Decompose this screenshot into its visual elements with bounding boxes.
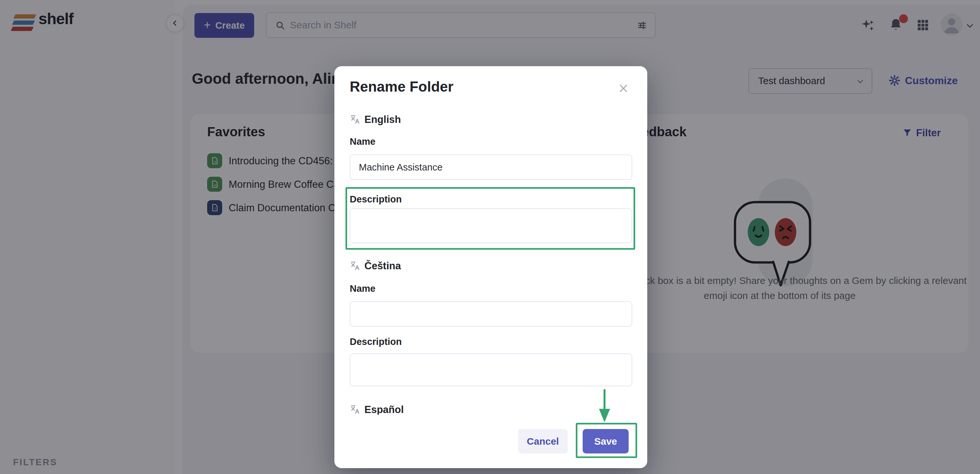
close-icon[interactable] bbox=[617, 82, 629, 94]
translate-icon bbox=[350, 404, 361, 415]
annotation-box-description bbox=[345, 187, 635, 250]
name-input-english[interactable] bbox=[350, 155, 632, 180]
annotation-arrow-down bbox=[597, 388, 612, 423]
language-section-label: Español bbox=[364, 404, 404, 415]
description-field-label: Description bbox=[350, 336, 402, 347]
name-field-label: Name bbox=[350, 136, 375, 147]
name-input-cestina[interactable] bbox=[350, 301, 632, 327]
modal-title: Rename Folder bbox=[350, 79, 453, 95]
translate-icon bbox=[350, 114, 361, 125]
cancel-button[interactable]: Cancel bbox=[518, 429, 568, 453]
language-section-label: English bbox=[364, 114, 401, 125]
name-field-label: Name bbox=[350, 283, 375, 294]
translate-icon bbox=[350, 260, 361, 271]
language-section-label: Čeština bbox=[364, 260, 401, 272]
annotation-box-save bbox=[576, 423, 637, 458]
description-input-cestina[interactable] bbox=[350, 354, 632, 386]
